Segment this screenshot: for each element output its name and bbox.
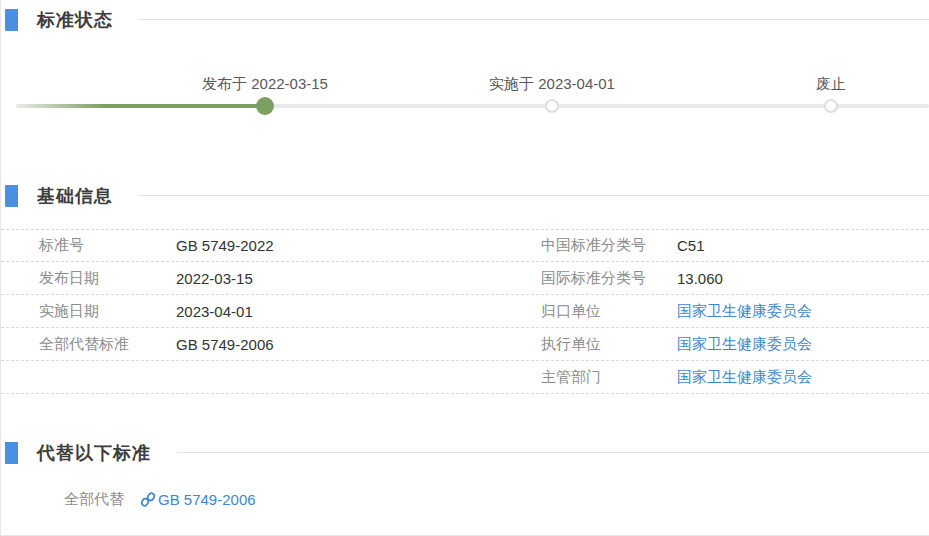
section-divider <box>139 19 929 20</box>
ccs-code-value: C51 <box>677 237 929 254</box>
timeline-progress <box>16 104 266 108</box>
table-row: 主管部门 国家卫生健康委员会 <box>1 361 929 394</box>
field-label: 归口单位 <box>541 302 677 321</box>
replaced-section-title: 代替以下标准 <box>37 441 151 465</box>
replaced-standard-value: GB 5749-2006 <box>176 336 541 353</box>
publish-date-value: 2022-03-15 <box>176 270 541 287</box>
field-label: 国际标准分类号 <box>541 269 677 288</box>
status-section-title: 标准状态 <box>37 8 113 32</box>
field-label: 主管部门 <box>541 368 677 387</box>
field-label: 发布日期 <box>39 269 176 288</box>
implement-date-value: 2023-04-01 <box>176 303 541 320</box>
section-marker <box>5 9 18 31</box>
timeline-step-abolished-label: 废止 <box>816 75 846 94</box>
timeline-dot-published <box>256 97 274 115</box>
table-row: 全部代替标准 GB 5749-2006 执行单位 国家卫生健康委员会 <box>1 328 929 361</box>
competent-department-link[interactable]: 国家卫生健康委员会 <box>677 368 812 385</box>
ics-code-value: 13.060 <box>677 270 929 287</box>
executing-unit-link[interactable]: 国家卫生健康委员会 <box>677 335 812 352</box>
replaced-standard-row: 全部代替 GB 5749-2006 <box>1 490 929 509</box>
field-label: 全部代替标准 <box>39 335 176 354</box>
basic-info-table: 标准号 GB 5749-2022 中国标准分类号 C51 发布日期 2022-0… <box>1 229 929 394</box>
table-row: 实施日期 2023-04-01 归口单位 国家卫生健康委员会 <box>1 295 929 328</box>
field-label: 标准号 <box>39 236 176 255</box>
centralized-unit-link[interactable]: 国家卫生健康委员会 <box>677 302 812 319</box>
replace-relation-label: 全部代替 <box>64 490 124 509</box>
replaced-section-header: 代替以下标准 <box>1 441 929 464</box>
basic-info-section-header: 基础信息 <box>1 184 929 207</box>
standard-number-value: GB 5749-2022 <box>176 237 541 254</box>
table-row: 发布日期 2022-03-15 国际标准分类号 13.060 <box>1 262 929 295</box>
field-label: 实施日期 <box>39 302 176 321</box>
basic-info-section-title: 基础信息 <box>37 184 113 208</box>
status-timeline: 发布于 2022-03-15 实施于 2023-04-01 废止 <box>1 75 929 127</box>
section-divider <box>177 452 929 453</box>
standard-detail-page: 标准状态 发布于 2022-03-15 实施于 2023-04-01 废止 基础… <box>0 0 929 536</box>
field-label: 中国标准分类号 <box>541 236 677 255</box>
chain-link-icon <box>140 491 156 508</box>
section-marker <box>5 185 18 207</box>
table-row: 标准号 GB 5749-2022 中国标准分类号 C51 <box>1 229 929 262</box>
section-marker <box>5 442 18 464</box>
timeline-dot-implemented <box>545 99 559 113</box>
timeline-dot-abolished <box>824 99 838 113</box>
field-label: 执行单位 <box>541 335 677 354</box>
status-section-header: 标准状态 <box>1 8 929 31</box>
section-divider <box>139 195 929 196</box>
timeline-step-published-label: 发布于 2022-03-15 <box>202 75 328 94</box>
timeline-step-implemented-label: 实施于 2023-04-01 <box>489 75 615 94</box>
replaced-standard-link[interactable]: GB 5749-2006 <box>158 491 256 508</box>
